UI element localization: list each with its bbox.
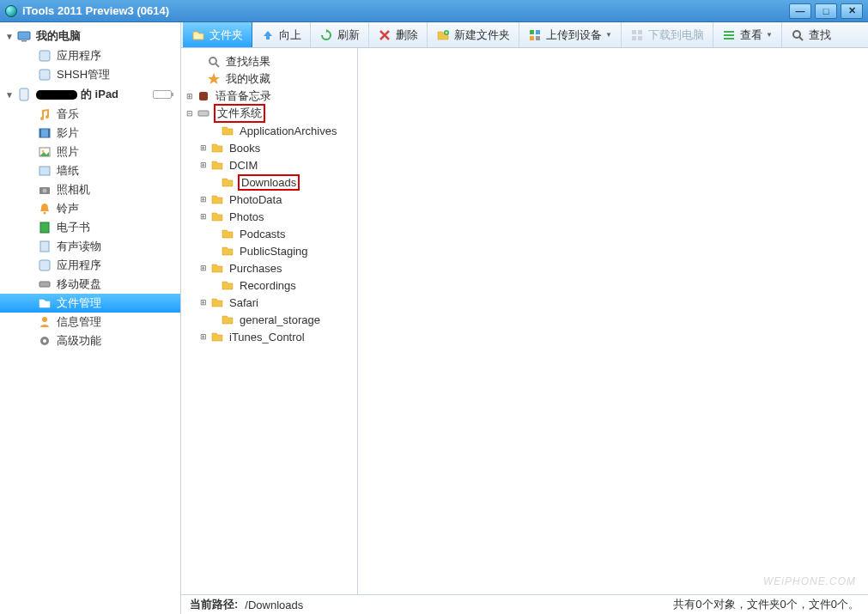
toolbar-up-button[interactable]: 向上 — [252, 22, 311, 47]
voice-icon — [197, 89, 210, 103]
toolbar-refresh-button[interactable]: 刷新 — [311, 22, 369, 47]
sidebar-item-label: 音乐 — [57, 106, 79, 122]
tree-node[interactable]: ⊞Purchases — [183, 259, 355, 277]
sidebar-item-label: 铃声 — [57, 201, 79, 216]
svg-point-33 — [793, 31, 800, 38]
wallpaper-icon — [38, 164, 52, 178]
person-icon — [38, 315, 52, 329]
sidebar-item-filemanager[interactable]: 文件管理 — [0, 294, 180, 313]
tree-node-favorites[interactable]: 我的收藏 — [183, 70, 355, 88]
sidebar-item-ebooks[interactable]: 电子书 — [0, 218, 180, 237]
status-bar: 当前路径: /Downloads 共有0个对象，文件夹0个，文件0个。 — [181, 595, 868, 614]
tree-label: 语音备忘录 — [214, 88, 273, 104]
tree-node[interactable]: ⊞Safari — [183, 294, 355, 311]
tree-node[interactable]: ⊞PhotoData — [183, 191, 355, 208]
chevron-down-icon: ▼ — [605, 31, 612, 39]
tree-label: DCIM — [228, 159, 259, 172]
shsh-icon — [38, 68, 52, 82]
tree-label: ApplicationArchives — [238, 125, 338, 137]
toolbar-folder-button[interactable]: 文件夹 — [183, 22, 252, 47]
sidebar-item-device-apps[interactable]: 应用程序 — [0, 256, 180, 275]
file-content-pane: WEiPHONE.COM — [358, 48, 868, 594]
svg-rect-36 — [198, 111, 209, 116]
expand-icon[interactable]: ⊞ — [198, 195, 209, 204]
title-bar: iTools 2011 Preview3 (0614) — □ ✕ — [0, 0, 868, 22]
tree-node-search-results[interactable]: 查找结果 — [183, 53, 355, 70]
expand-icon[interactable]: ⊞ — [198, 143, 209, 152]
music-icon — [38, 107, 52, 121]
svg-rect-35 — [199, 92, 208, 100]
tree-node[interactable]: Recordings — [183, 277, 355, 294]
view-icon — [722, 28, 736, 42]
svg-rect-24 — [530, 36, 534, 40]
sidebar-item-shsh[interactable]: SHSH管理 — [0, 65, 180, 84]
tree-node-filesystem[interactable]: ⊟文件系统 — [183, 105, 355, 122]
sidebar-item-advanced[interactable]: 高级功能 — [0, 331, 180, 350]
toolbar-upload-button[interactable]: 上传到设备 ▼ — [519, 22, 622, 47]
tree-label: 我的收藏 — [224, 71, 272, 87]
twisty-icon: ▼ — [5, 32, 15, 41]
sidebar-item-label: 文件管理 — [57, 295, 101, 311]
expand-icon[interactable]: ⊞ — [198, 332, 209, 341]
tree-label: Podcasts — [238, 228, 287, 240]
svg-rect-30 — [724, 31, 734, 33]
tree-node[interactable]: ApplicationArchives — [183, 122, 355, 139]
sidebar-item-ringtones[interactable]: 铃声 — [0, 199, 180, 218]
expand-icon[interactable]: ⊞ — [185, 92, 195, 100]
collapse-icon[interactable]: ⊟ — [185, 109, 195, 118]
gear-icon — [38, 334, 52, 348]
tree-label: Purchases — [228, 262, 283, 275]
svg-rect-16 — [39, 260, 50, 271]
sidebar-item-apps[interactable]: 应用程序 — [0, 46, 180, 65]
sidebar-item-wallpaper[interactable]: 墙纸 — [0, 161, 180, 180]
expand-icon[interactable]: ⊞ — [198, 161, 209, 169]
expand-icon[interactable]: ⊞ — [198, 212, 209, 221]
sidebar-item-movies[interactable]: 影片 — [0, 124, 180, 143]
sidebar-item-infomanager[interactable]: 信息管理 — [0, 313, 180, 331]
sidebar-item-label: 有声读物 — [57, 239, 101, 254]
toolbar-download-button[interactable]: 下载到电脑 — [622, 22, 713, 47]
svg-rect-29 — [638, 36, 642, 40]
sidebar-item-label: 移动硬盘 — [57, 277, 101, 292]
expand-icon[interactable]: ⊞ — [198, 298, 209, 307]
toolbar-search-button[interactable]: 查找 — [782, 22, 840, 47]
sidebar-item-mobiledisk[interactable]: 移动硬盘 — [0, 275, 180, 294]
tree-label: Recordings — [238, 279, 298, 292]
tree-node[interactable]: PublicStaging — [183, 242, 355, 259]
tree-node-downloads[interactable]: Downloads — [183, 173, 355, 191]
window-title: iTools 2011 Preview3 (0614) — [22, 4, 169, 17]
sidebar-item-label: 应用程序 — [57, 48, 101, 64]
tree-node[interactable]: Podcasts — [183, 225, 355, 242]
tree-node[interactable]: ⊞Photos — [183, 208, 355, 225]
watermark: WEiPHONE.COM — [763, 575, 856, 587]
ipad-icon — [17, 88, 31, 101]
minimize-button[interactable]: — — [789, 3, 811, 19]
toolbar-view-button[interactable]: 查看 ▼ — [713, 22, 782, 47]
toolbar-delete-button[interactable]: 删除 — [369, 22, 428, 47]
sidebar-item-music[interactable]: 音乐 — [0, 105, 180, 124]
sidebar-item-camera[interactable]: 照相机 — [0, 180, 180, 199]
toolbar-newfolder-button[interactable]: 新建文件夹 — [428, 22, 519, 47]
tree-label: Books — [228, 142, 262, 155]
tree-node[interactable]: general_storage — [183, 311, 355, 328]
tree-node[interactable]: ⊞iTunes_Control — [183, 328, 355, 345]
close-button[interactable]: ✕ — [841, 3, 863, 19]
svg-point-12 — [43, 189, 47, 193]
search-icon — [791, 28, 804, 42]
sidebar: ▼ 我的电脑 应用程序 SHSH管理 ▼ 的 iPad — [0, 22, 181, 614]
sidebar-item-audiobooks[interactable]: 有声读物 — [0, 237, 180, 256]
tree-node-voicememos[interactable]: ⊞语音备忘录 — [183, 88, 355, 105]
toolbar-label: 刷新 — [337, 27, 360, 43]
svg-rect-17 — [39, 282, 50, 287]
expand-icon[interactable]: ⊞ — [198, 264, 209, 272]
svg-rect-2 — [39, 51, 50, 61]
sidebar-item-label: 高级功能 — [57, 333, 101, 349]
sidebar-head-device[interactable]: ▼ 的 iPad — [0, 84, 180, 105]
sidebar-head-computer[interactable]: ▼ 我的电脑 — [0, 26, 180, 46]
tree-node[interactable]: ⊞Books — [183, 139, 355, 156]
tree-node[interactable]: ⊞DCIM — [183, 156, 355, 173]
computer-icon — [17, 29, 31, 43]
sidebar-item-photos[interactable]: 照片 — [0, 143, 180, 161]
svg-point-18 — [42, 317, 47, 322]
maximize-button[interactable]: □ — [815, 3, 837, 19]
